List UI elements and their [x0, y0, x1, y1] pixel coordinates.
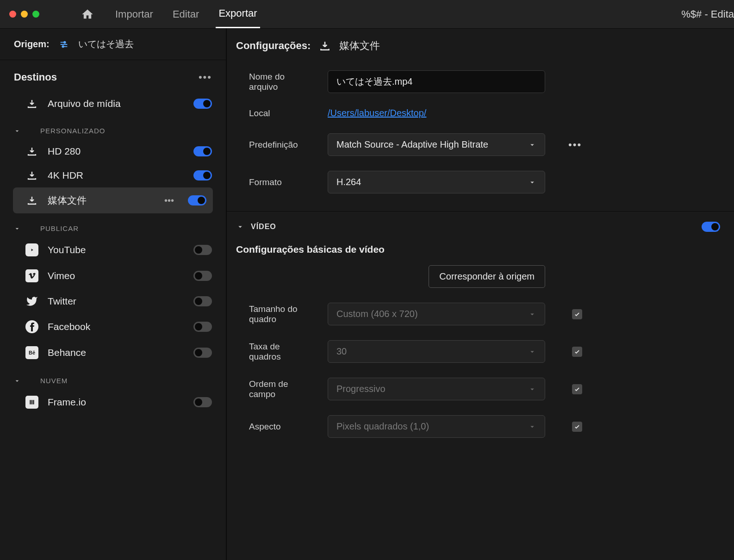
svg-rect-3: [31, 400, 32, 404]
preset-select[interactable]: Match Source - Adaptive High Bitrate: [328, 133, 545, 156]
svg-rect-4: [33, 400, 34, 404]
dest-media-file[interactable]: Arquivo de mídia: [0, 92, 226, 116]
dest-custom-1-label: 4K HDR: [48, 170, 184, 181]
dest-facebook-toggle[interactable]: [193, 322, 212, 332]
aspect-checkbox[interactable]: [572, 422, 582, 432]
frame-rate-checkbox[interactable]: [572, 347, 582, 357]
dest-behance-label: Behance: [48, 347, 184, 358]
format-select[interactable]: H.264: [328, 171, 545, 193]
group-cloud-header[interactable]: NUVEM: [0, 366, 226, 389]
frameio-icon: [25, 396, 38, 409]
video-section-header[interactable]: VÍDEO: [227, 212, 734, 239]
frame-rate-select[interactable]: 30: [328, 340, 545, 363]
sequence-icon: [59, 39, 69, 50]
dest-custom-0-toggle[interactable]: [193, 146, 212, 156]
dest-custom-2-label: 媒体文件: [48, 194, 155, 207]
minimize-window-button[interactable]: [21, 11, 28, 18]
frame-size-checkbox[interactable]: [572, 309, 582, 319]
destinations-title: Destinos: [14, 71, 57, 83]
dest-vimeo-label: Vimeo: [48, 270, 184, 281]
chevron-down-icon: [528, 385, 536, 393]
filename-input[interactable]: [328, 70, 545, 93]
traffic-lights: [0, 11, 39, 18]
field-order-checkbox[interactable]: [572, 384, 582, 394]
dest-youtube-label: YouTube: [48, 244, 184, 255]
video-section-toggle[interactable]: [702, 222, 720, 232]
top-tabs: Importar Editar Exportar: [112, 0, 260, 28]
document-title: %$# - Edita: [681, 8, 734, 20]
frame-rate-label: Taxa de quadros: [249, 342, 314, 362]
dest-custom-2-toggle[interactable]: [188, 195, 206, 205]
dest-custom-1[interactable]: 4K HDR: [0, 163, 226, 187]
frame-rate-value: 30: [336, 346, 347, 357]
dest-twitter[interactable]: Twitter: [0, 289, 226, 314]
tab-import[interactable]: Importar: [112, 0, 156, 28]
dest-behance[interactable]: Bē Behance: [0, 340, 226, 366]
dest-youtube-toggle[interactable]: [193, 245, 212, 255]
vimeo-icon: [25, 269, 38, 282]
preset-row: Predefinição Match Source - Adaptive Hig…: [227, 126, 734, 163]
dest-vimeo-toggle[interactable]: [193, 271, 212, 281]
dest-youtube[interactable]: YouTube: [0, 237, 226, 263]
download-icon: [25, 170, 38, 181]
dest-custom-0[interactable]: HD 280: [0, 139, 226, 163]
dest-frameio-label: Frame.io: [48, 397, 184, 408]
location-link[interactable]: /Users/labuser/Desktop/: [328, 108, 426, 118]
origin-row: Origem: いてはそ過去: [0, 29, 226, 60]
field-order-label: Ordem de campo: [249, 379, 314, 399]
chevron-down-icon: [528, 310, 536, 318]
origin-label: Origem:: [14, 39, 50, 50]
home-icon[interactable]: [81, 8, 94, 21]
frame-size-select[interactable]: Custom (406 x 720): [328, 303, 545, 325]
field-order-select[interactable]: Progressivo: [328, 378, 545, 400]
frame-size-label: Tamanho do quadro: [249, 304, 314, 324]
download-icon: [25, 146, 38, 157]
frame-size-row: Tamanho do quadro Custom (406 x 720): [227, 295, 734, 333]
group-publish-header[interactable]: PUBLICAR: [0, 213, 226, 237]
maximize-window-button[interactable]: [32, 11, 39, 18]
tab-export[interactable]: Exportar: [216, 0, 260, 28]
dest-custom-1-toggle[interactable]: [193, 170, 212, 180]
dest-vimeo[interactable]: Vimeo: [0, 263, 226, 289]
download-icon: [25, 195, 38, 206]
match-source-row: Corresponder à origem: [227, 263, 734, 295]
dest-twitter-label: Twitter: [48, 296, 184, 307]
twitter-icon: [25, 295, 38, 307]
download-icon: [25, 98, 38, 109]
dest-media-file-toggle[interactable]: [193, 99, 212, 109]
dest-behance-toggle[interactable]: [193, 348, 212, 358]
aspect-value: Pixels quadrados (1,0): [336, 421, 429, 432]
location-row: Local /Users/labuser/Desktop/: [227, 100, 734, 126]
field-order-value: Progressivo: [336, 384, 386, 394]
close-window-button[interactable]: [9, 11, 16, 18]
aspect-row: Aspecto Pixels quadrados (1,0): [227, 408, 734, 445]
preset-more-icon[interactable]: •••: [568, 139, 582, 151]
video-section-title: VÍDEO: [251, 223, 695, 231]
dest-facebook-label: Facebook: [48, 321, 184, 332]
destinations-header: Destinos •••: [0, 60, 226, 92]
dest-media-file-label: Arquivo de mídia: [48, 98, 184, 109]
group-custom-label: PERSONALIZADO: [40, 127, 106, 135]
chevron-down-icon: [528, 178, 536, 187]
svg-point-0: [64, 41, 66, 43]
aspect-select[interactable]: Pixels quadrados (1,0): [328, 415, 545, 438]
dest-facebook[interactable]: Facebook: [0, 314, 226, 340]
preset-label: Predefinição: [249, 140, 314, 150]
dest-frameio-toggle[interactable]: [193, 397, 212, 407]
preset-value: Match Source - Adaptive High Bitrate: [336, 139, 488, 150]
dest-frameio[interactable]: Frame.io: [0, 389, 226, 415]
match-source-button[interactable]: Corresponder à origem: [429, 265, 545, 288]
sidebar: Origem: いてはそ過去 Destinos ••• Arquivo de m…: [0, 29, 227, 560]
format-label: Formato: [249, 177, 314, 187]
format-value: H.264: [336, 177, 361, 187]
group-custom-header[interactable]: PERSONALIZADO: [0, 116, 226, 139]
destinations-more-icon[interactable]: •••: [199, 71, 212, 83]
tab-edit[interactable]: Editar: [170, 0, 202, 28]
format-row: Formato H.264: [227, 163, 734, 201]
svg-rect-2: [30, 400, 31, 404]
dest-custom-more-icon[interactable]: •••: [164, 195, 174, 206]
frame-rate-row: Taxa de quadros 30: [227, 333, 734, 370]
dest-twitter-toggle[interactable]: [193, 296, 212, 306]
facebook-icon: [25, 320, 38, 333]
dest-custom-2[interactable]: 媒体文件 •••: [13, 187, 213, 213]
